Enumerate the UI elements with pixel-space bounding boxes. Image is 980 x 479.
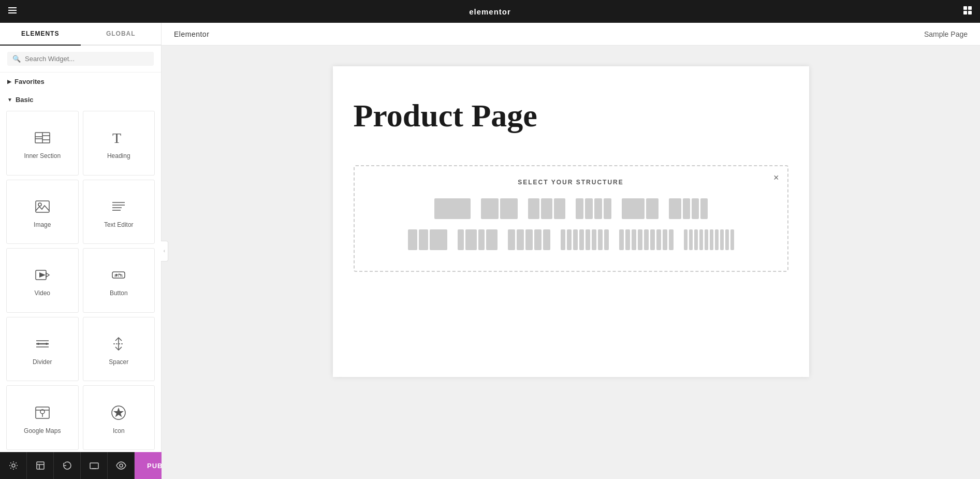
- layout-col: [632, 229, 636, 250]
- layout-col: [517, 229, 524, 250]
- responsive-button[interactable]: [81, 452, 108, 479]
- inner-section-label: Inner Section: [24, 152, 61, 159]
- layout-col: [579, 229, 584, 250]
- tab-global[interactable]: GLOBAL: [81, 23, 162, 45]
- layout-col: [715, 229, 719, 250]
- widget-text-editor[interactable]: Text Editor: [83, 180, 155, 244]
- spacer-label: Spacer: [109, 358, 128, 366]
- widget-video[interactable]: Video: [6, 248, 79, 313]
- layout-option-r2-6[interactable]: [682, 227, 736, 252]
- sidebar-collapse-handle[interactable]: ‹: [161, 241, 168, 262]
- search-input[interactable]: [25, 55, 149, 63]
- bottom-toolbar-left: [0, 452, 135, 479]
- svg-point-46: [120, 464, 123, 467]
- hamburger-menu-icon[interactable]: [7, 5, 18, 18]
- layout-col: [710, 229, 713, 250]
- bottom-toolbar: PUBLISH ▲: [0, 452, 161, 479]
- layout-col: [534, 229, 542, 250]
- layout-col: [646, 198, 659, 219]
- grid-icon[interactable]: [962, 5, 973, 18]
- svg-marker-21: [46, 273, 49, 277]
- layout-col: [700, 198, 708, 219]
- layout-col: [567, 229, 572, 250]
- basic-label: Basic: [16, 96, 34, 104]
- button-label: Button: [110, 289, 128, 297]
- widget-heading[interactable]: T Heading: [83, 111, 155, 176]
- svg-marker-22: [39, 272, 46, 278]
- top-bar: elementor: [0, 0, 980, 23]
- preview-button[interactable]: [108, 452, 135, 479]
- widget-divider[interactable]: Divider: [6, 317, 79, 382]
- layout-col: [619, 229, 624, 250]
- svg-rect-6: [968, 11, 972, 14]
- layout-col: [669, 229, 674, 250]
- canvas-brand: Elementor: [174, 30, 209, 38]
- widget-grid: Inner Section T Heading: [0, 109, 161, 452]
- layout-col: [500, 198, 518, 219]
- layout-option-1col[interactable]: [432, 196, 473, 221]
- svg-text:T: T: [112, 130, 121, 146]
- layout-col: [465, 229, 477, 250]
- app-logo: elementor: [469, 7, 511, 16]
- layout-col: [585, 198, 593, 219]
- layers-button[interactable]: [27, 452, 54, 479]
- image-label: Image: [34, 221, 51, 228]
- button-icon: BTN: [110, 267, 127, 285]
- favorites-accordion[interactable]: ▶ Favorites: [0, 72, 161, 91]
- layout-col: [508, 229, 515, 250]
- layout-col: [554, 198, 565, 219]
- layout-col: [692, 198, 699, 219]
- svg-rect-41: [37, 462, 44, 469]
- widget-spacer[interactable]: Spacer: [83, 317, 155, 382]
- structure-title: SELECT YOUR STRUCTURE: [367, 179, 775, 186]
- spacer-icon: [110, 336, 127, 354]
- svg-rect-4: [968, 6, 972, 10]
- svg-rect-14: [36, 201, 49, 212]
- layout-col: [430, 229, 447, 250]
- layout-col: [684, 229, 688, 250]
- tab-elements[interactable]: ELEMENTS: [0, 23, 81, 46]
- layout-col: [725, 229, 729, 250]
- layout-option-r2-3[interactable]: [506, 227, 552, 252]
- sidebar: ELEMENTS GLOBAL 🔍 ▶ Favorites ▼ Basic: [0, 23, 162, 479]
- layout-option-wide-narrow[interactable]: [620, 196, 661, 221]
- favorites-label: Favorites: [14, 78, 45, 85]
- layout-col: [604, 229, 609, 250]
- layout-option-3col[interactable]: [526, 196, 567, 221]
- structure-close-button[interactable]: ×: [773, 172, 779, 183]
- widget-inner-section[interactable]: Inner Section: [6, 111, 79, 176]
- layout-col: [408, 229, 417, 250]
- layout-option-r2-4[interactable]: [559, 227, 611, 252]
- basic-accordion[interactable]: ▼ Basic: [0, 91, 161, 109]
- divider-icon: [34, 336, 51, 354]
- history-button[interactable]: [54, 452, 81, 479]
- basic-arrow-icon: ▼: [7, 97, 12, 103]
- video-icon: [34, 267, 51, 285]
- svg-text:BTN: BTN: [114, 273, 123, 278]
- layout-option-narrow[interactable]: [667, 196, 710, 221]
- svg-rect-3: [963, 6, 967, 10]
- layout-col: [683, 198, 690, 219]
- page-wrapper: Product Page × SELECT YOUR STRUCTURE: [333, 66, 809, 377]
- settings-button[interactable]: [0, 452, 27, 479]
- layout-option-r2-2[interactable]: [456, 227, 500, 252]
- layout-col: [434, 198, 471, 219]
- widget-google-maps[interactable]: Google Maps: [6, 385, 79, 450]
- widget-button[interactable]: BTN Button: [83, 248, 155, 313]
- layout-col: [699, 229, 703, 250]
- widget-image[interactable]: Image: [6, 180, 79, 244]
- layout-col: [663, 229, 667, 250]
- layout-col: [705, 229, 708, 250]
- layout-option-4col[interactable]: [574, 196, 613, 221]
- layout-option-r2-1[interactable]: [406, 227, 449, 252]
- search-input-wrap: 🔍: [7, 52, 154, 66]
- video-label: Video: [35, 289, 50, 297]
- layout-col: [644, 229, 649, 250]
- svg-marker-39: [113, 408, 124, 417]
- page-title: Product Page: [354, 97, 788, 134]
- layout-col: [486, 229, 498, 250]
- widget-icon[interactable]: Icon: [83, 385, 155, 450]
- layout-col: [561, 229, 565, 250]
- layout-option-2col[interactable]: [479, 196, 520, 221]
- layout-option-r2-5[interactable]: [617, 227, 676, 252]
